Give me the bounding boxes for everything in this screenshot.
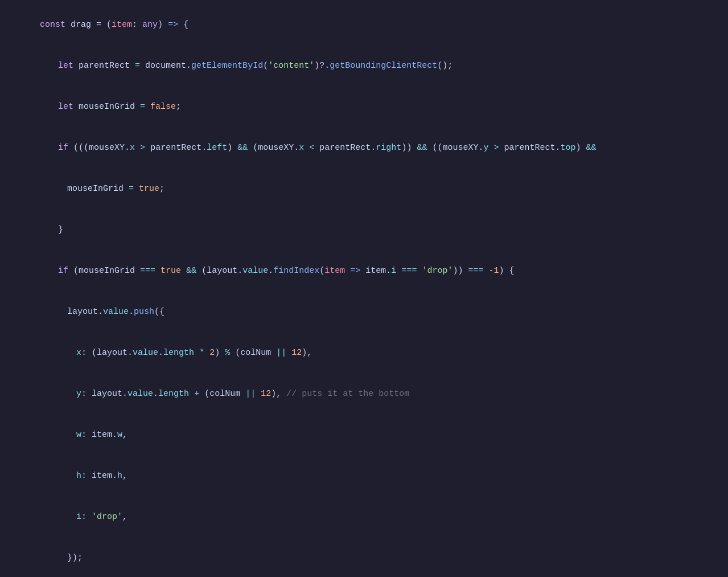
code-line: mouseInGrid = true; — [0, 169, 728, 210]
code-line: } — [0, 210, 728, 251]
code-line: let mouseInGrid = false; — [0, 87, 728, 128]
code-line: if (((mouseXY.x > parentRect.left) && (m… — [0, 128, 728, 169]
code-line: if (mouseInGrid === true && (layout.valu… — [0, 251, 728, 292]
code-line: h: item.h, — [0, 456, 728, 497]
code-line: const drag = (item: any) => { — [0, 5, 728, 46]
code-line: i: 'drop', — [0, 497, 728, 538]
code-line: layout.value.push({ — [0, 292, 728, 333]
code-line: w: item.w, — [0, 415, 728, 456]
code-line: y: layout.value.length + (colNum || 12),… — [0, 374, 728, 415]
code-line: let parentRect = document.getElementById… — [0, 46, 728, 87]
code-editor: const drag = (item: any) => { let parent… — [0, 0, 728, 577]
code-line: x: (layout.value.length * 2) % (colNum |… — [0, 333, 728, 374]
code-line: }); — [0, 538, 728, 577]
